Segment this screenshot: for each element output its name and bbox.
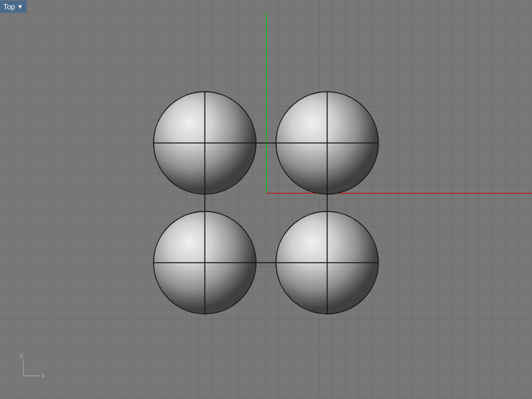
y-axis-label: y — [20, 352, 23, 359]
spheres-container — [0, 0, 532, 399]
sphere-br — [276, 211, 378, 314]
axis-indicator-svg: y x — [13, 352, 47, 386]
spheres-svg — [0, 0, 532, 399]
view-dropdown-arrow: ▼ — [17, 3, 23, 10]
view-label-button[interactable]: Top ▼ — [0, 1, 27, 13]
view-label-text: Top — [3, 3, 15, 11]
x-axis-label: x — [41, 372, 45, 379]
sphere-tr — [276, 92, 378, 194]
sphere-tl — [154, 92, 256, 194]
axis-indicator: y x — [13, 352, 47, 386]
top-bar: Top ▼ — [0, 0, 532, 13]
sphere-bl — [154, 211, 256, 314]
viewport: Top ▼ y x — [0, 0, 532, 399]
